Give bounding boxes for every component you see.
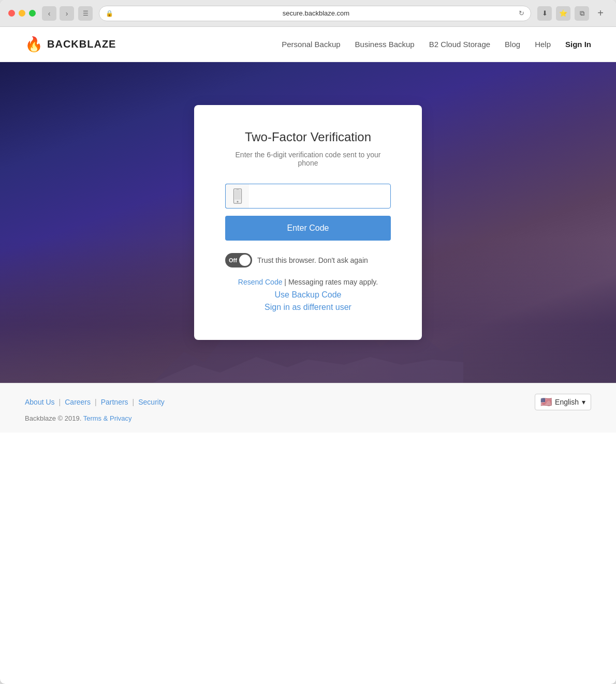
nav-links: Personal Backup Business Backup B2 Cloud…: [282, 40, 591, 49]
dropdown-chevron-icon: ▾: [582, 398, 585, 406]
sign-in-different-row: Sign in as different user: [225, 303, 391, 312]
nav-sign-in[interactable]: Sign In: [565, 40, 591, 49]
trust-text: Trust this browser. Don't ask again: [257, 256, 368, 264]
links-section: Resend Code | Messaging rates may apply.…: [225, 278, 391, 312]
nav-b2-cloud-storage[interactable]: B2 Cloud Storage: [429, 40, 490, 49]
enter-code-button[interactable]: Enter Code: [225, 216, 391, 241]
footer-top: About Us | Careers | Partners | Security…: [25, 394, 591, 410]
resend-row: Resend Code | Messaging rates may apply.: [225, 278, 391, 286]
trust-toggle[interactable]: Off: [225, 253, 252, 267]
address-text: secure.backblaze.com: [116, 9, 516, 17]
code-input-wrapper: [225, 184, 391, 209]
footer-copyright: Backblaze © 2019. Terms & Privacy: [25, 414, 591, 422]
tab-overview-button[interactable]: ⧉: [575, 6, 589, 21]
logo: 🔥 BACKBLAZE: [25, 36, 116, 53]
nav-help[interactable]: Help: [535, 40, 551, 49]
site-footer: About Us | Careers | Partners | Security…: [0, 383, 616, 433]
footer-links: About Us | Careers | Partners | Security: [25, 398, 165, 406]
resend-code-link[interactable]: Resend Code: [238, 278, 283, 286]
new-tab-button[interactable]: +: [593, 6, 608, 21]
sidebar-toggle-button[interactable]: ☰: [78, 6, 93, 21]
card-subtitle: Enter the 6-digit verification code sent…: [225, 151, 391, 167]
trust-row: Off Trust this browser. Don't ask again: [225, 253, 391, 267]
close-button[interactable]: [8, 10, 15, 17]
footer-sep-3: |: [133, 398, 135, 406]
title-bar: ‹ › ☰ 🔒 secure.backblaze.com ↻ ⬇ ⭐ ⧉ +: [0, 0, 616, 27]
footer-sep-1: |: [59, 398, 61, 406]
footer-terms-link[interactable]: Terms & Privacy: [83, 414, 132, 422]
logo-text: BACKBLAZE: [47, 38, 116, 50]
footer-security[interactable]: Security: [138, 398, 165, 406]
footer-sep-2: |: [95, 398, 97, 406]
resend-suffix: | Messaging rates may apply.: [282, 278, 378, 286]
maximize-button[interactable]: [29, 10, 36, 17]
lock-icon: 🔒: [106, 10, 113, 17]
minimize-button[interactable]: [19, 10, 25, 17]
phone-icon-box: [225, 184, 249, 209]
phone-icon: [232, 188, 243, 204]
traffic-lights: [8, 10, 36, 17]
bookmark-button[interactable]: ⭐: [556, 6, 570, 21]
card-title: Two-Factor Verification: [225, 130, 391, 144]
footer-careers[interactable]: Careers: [65, 398, 91, 406]
browser-actions: ⬇ ⭐ ⧉ +: [537, 6, 608, 21]
browser-nav-buttons: ‹ › ☰: [42, 6, 93, 21]
backup-code-link[interactable]: Use Backup Code: [275, 290, 342, 299]
verification-card: Two-Factor Verification Enter the 6-digi…: [194, 105, 422, 340]
footer-about-us[interactable]: About Us: [25, 398, 55, 406]
site-nav: 🔥 BACKBLAZE Personal Backup Business Bac…: [0, 27, 616, 62]
svg-point-2: [237, 201, 238, 202]
download-button[interactable]: ⬇: [537, 6, 552, 21]
nav-personal-backup[interactable]: Personal Backup: [282, 40, 340, 49]
toggle-off-label: Off: [229, 257, 237, 263]
address-bar[interactable]: 🔒 secure.backblaze.com ↻: [99, 6, 531, 21]
reload-button[interactable]: ↻: [519, 9, 524, 17]
hero-background: Two-Factor Verification Enter the 6-digi…: [0, 62, 616, 383]
forward-button[interactable]: ›: [60, 6, 74, 21]
nav-blog[interactable]: Blog: [505, 40, 520, 49]
flag-icon: 🇺🇸: [540, 396, 552, 408]
sign-in-different-link[interactable]: Sign in as different user: [265, 303, 351, 311]
page-content: 🔥 BACKBLAZE Personal Backup Business Bac…: [0, 27, 616, 684]
backup-code-row: Use Backup Code: [225, 290, 391, 300]
toggle-knob: [239, 255, 251, 266]
svg-rect-3: [236, 189, 239, 190]
browser-window: ‹ › ☰ 🔒 secure.backblaze.com ↻ ⬇ ⭐ ⧉ + 🔥…: [0, 0, 616, 684]
copyright-text: Backblaze © 2019.: [25, 414, 83, 422]
footer-partners[interactable]: Partners: [101, 398, 128, 406]
language-select[interactable]: 🇺🇸 English ▾: [535, 394, 591, 410]
svg-rect-1: [234, 190, 241, 199]
verification-code-input[interactable]: [225, 184, 391, 209]
back-button[interactable]: ‹: [42, 6, 56, 21]
nav-business-backup[interactable]: Business Backup: [355, 40, 415, 49]
language-label: English: [555, 398, 579, 406]
flame-icon: 🔥: [25, 36, 43, 53]
